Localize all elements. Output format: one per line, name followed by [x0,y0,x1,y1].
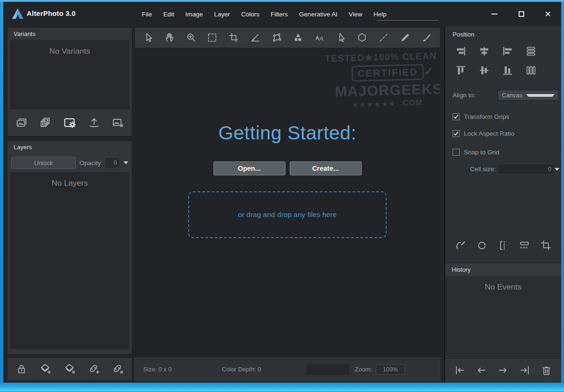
rotate-skew-tool-icon[interactable] [249,32,261,44]
variants-buttons [7,109,132,136]
align-center-vertical-icon[interactable] [478,64,491,77]
next-event-icon[interactable] [497,364,509,377]
menu-filters[interactable]: Filters [265,8,293,21]
node-select-tool-icon[interactable] [335,32,347,44]
opacity-dropdown-icon[interactable] [124,161,128,164]
snap-to-grid-checkbox[interactable]: Snap to Grid [453,149,499,156]
lock-icon[interactable] [15,363,28,376]
checkbox-box [453,130,460,137]
history-empty-text: No Events [445,276,561,292]
add-layer-icon[interactable] [39,363,52,376]
link-layers-icon[interactable] [88,363,101,376]
unlock-button[interactable]: Unlock [11,157,76,169]
minimize-button[interactable] [481,2,508,26]
variants-empty-text: No Variants [10,40,129,56]
history-body: No Events [445,276,561,356]
duplicate-variant-icon[interactable] [39,116,52,129]
align-to-row: Align to: Canvas [445,90,561,101]
align-center-horizontal-icon[interactable] [478,45,491,58]
checkbox-label: Transform Grips [464,113,509,120]
svg-text:A: A [319,35,323,42]
align-top-icon[interactable] [454,64,467,77]
align-to-label: Align to: [453,92,476,99]
layers-body: No Layers [10,172,129,349]
pointer-tool-icon[interactable] [142,32,154,44]
flip-vertical-icon[interactable] [518,239,531,252]
align-left-icon[interactable] [501,45,514,58]
menu-file[interactable]: File [136,8,158,21]
distribute-horizontal-icon[interactable] [525,64,537,77]
text-tool-icon[interactable]: A A [314,32,325,44]
progress-field [306,364,349,375]
previous-event-icon[interactable] [475,364,488,377]
free-rotate-icon[interactable] [454,239,467,252]
menu-layer[interactable]: Layer [209,8,236,21]
maximize-icon [519,11,524,17]
layers-header: Layers [7,141,132,153]
menu-colors[interactable]: Colors [235,8,265,21]
pencil-tool-icon[interactable] [399,32,411,44]
marquee-select-tool-icon[interactable] [206,32,218,44]
warp-tool-icon[interactable] [271,32,283,44]
close-button[interactable]: ✕ [535,2,561,26]
align-right-icon[interactable] [454,45,467,58]
menu-bar: File Edit Image Layer Colors Filters Gen… [136,2,392,26]
transform-tools-row [445,236,561,254]
app-title: AlterPhoto 3.0 [27,9,75,17]
size-status: Size: 0 x 0 [143,366,172,373]
delete-layer-icon[interactable] [63,363,76,376]
unlink-layers-icon[interactable] [111,363,125,376]
cell-size-field[interactable]: 0 [498,164,555,174]
watermark-certified-stamp: CERTIFIED ✓ [352,64,425,82]
cell-size-dropdown-icon[interactable] [555,168,559,171]
menu-search-underline[interactable] [377,20,439,21]
menu-generative-ai[interactable]: Generative AI [293,8,343,21]
chevron-down-icon [526,94,555,97]
lock-aspect-ratio-checkbox[interactable]: Lock Aspect Ratio [453,130,514,137]
open-button[interactable]: Open... [213,161,286,175]
distribute-vertical-icon[interactable] [525,45,537,58]
rotate-icon[interactable] [476,239,488,252]
start-buttons-row: Open... Create... [134,161,440,175]
crop-icon[interactable] [540,239,552,252]
create-button[interactable]: Create... [290,161,362,175]
last-event-icon[interactable] [519,364,531,377]
menu-image[interactable]: Image [180,8,209,21]
transform-grips-checkbox[interactable]: Transform Grips [453,113,509,120]
add-variant-icon[interactable] [15,116,28,129]
line-tool-icon[interactable] [378,32,389,44]
menu-help[interactable]: Help [368,8,392,21]
opacity-value-field[interactable]: 0 [105,157,120,168]
layers-controls: Unlock Opacity 0 [7,153,132,172]
file-dropzone[interactable]: or drag and drop any files here [188,191,387,238]
zoom-value-field[interactable]: 100% [376,364,405,375]
watermark-tested-line: TESTED★100% CLEAN [322,50,439,64]
layers-panel: Layers Unlock Opacity 0 No Layers [7,140,132,355]
align-bottom-icon[interactable] [501,64,514,77]
first-event-icon[interactable] [454,364,466,377]
menu-view[interactable]: View [343,8,368,21]
app-window: AlterPhoto 3.0 File Edit Image Layer Col… [3,2,561,383]
delete-variant-icon[interactable] [111,116,125,129]
zoom-tool-icon[interactable] [185,32,197,44]
brush-tool-icon[interactable] [420,32,432,44]
svg-text:A: A [315,35,319,41]
window-controls: ✕ [481,2,561,26]
menu-edit[interactable]: Edit [158,8,180,21]
variants-body: No Variants [10,40,129,109]
flip-horizontal-icon[interactable] [497,239,509,252]
hand-tool-icon[interactable] [164,32,176,44]
checkbox-label: Lock Aspect Ratio [464,130,514,137]
maximize-button[interactable] [508,2,535,26]
right-sidebar: Position [444,26,561,383]
polygon-tool-icon[interactable] [356,32,368,44]
export-variant-icon[interactable] [88,116,101,129]
watermark-majorgeeks: MAJORGEEKS [335,81,440,101]
align-to-dropdown[interactable]: Canvas [498,90,559,101]
shapes-tool-icon[interactable] [292,32,304,44]
delete-history-icon[interactable] [540,364,553,377]
variant-settings-icon[interactable] [63,116,77,130]
canvas-area: TESTED★100% CLEAN CERTIFIED ✓ MAJORGEEKS… [134,48,440,356]
majorgeeks-watermark: TESTED★100% CLEAN CERTIFIED ✓ MAJORGEEKS… [322,48,440,119]
crop-tool-icon[interactable] [228,32,240,44]
